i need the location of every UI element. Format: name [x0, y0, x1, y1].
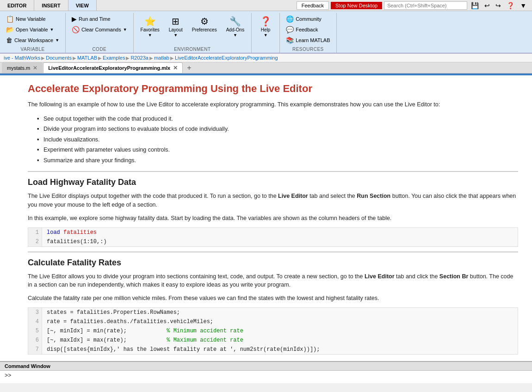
add-tab-button[interactable]: + [183, 64, 195, 72]
feedback-icon: 💬 [286, 26, 294, 33]
command-window-content[interactable]: >> [0, 371, 532, 381]
open-variable-button[interactable]: 📂 Open Variable ▼ [4, 24, 62, 35]
intro-paragraph: The following is an example of how to us… [28, 100, 518, 109]
help-icon[interactable]: ❓ [505, 2, 516, 9]
close-tab-mystats[interactable]: ✕ [33, 65, 37, 71]
variable-section-label: VARIABLE [0, 47, 65, 52]
breadcrumb-item-4[interactable]: R2023a [130, 55, 148, 61]
clear-workspace-icon: 🗑 [6, 37, 12, 44]
view-tab[interactable]: VIEW [68, 0, 97, 11]
section-load-highway: Load Highway Fatality Data The Live Edit… [28, 171, 518, 246]
environment-section: ⭐ Favorites ▼ ⊞ Layout ▼ ⚙ Preferences 🔧… [134, 13, 252, 53]
editor-tab[interactable]: EDITOR [0, 0, 34, 11]
favorites-dropdown[interactable]: ▼ [148, 33, 152, 37]
new-variable-icon: 📋 [6, 15, 14, 23]
ribbon: 📋 New Variable 📂 Open Variable ▼ 🗑 Clear… [0, 11, 532, 54]
document-tabs: mystats.m ✕ LiveEditorAccelerateExplorat… [0, 62, 532, 74]
code-line-1: 1 load fatalities [28, 228, 518, 237]
insert-tab[interactable]: INSERT [34, 0, 68, 11]
breadcrumb-item-3[interactable]: Examples [103, 55, 125, 61]
code-block-1: 1 load fatalities 2 fatalities(1:10,:) [28, 227, 518, 247]
open-variable-dropdown[interactable]: ▼ [50, 27, 54, 32]
section-calculate-fatality: Calculate Fatality Rates The Live Editor… [28, 251, 518, 355]
layout-icon: ⊞ [172, 16, 179, 27]
resources-section-label: RESOURCES [280, 47, 336, 52]
clear-workspace-button[interactable]: 🗑 Clear Workspace ▼ [4, 35, 62, 45]
code-line-7: 7 disp([states{minIdx},' has the lowest … [28, 345, 518, 354]
search-input[interactable] [384, 1, 467, 10]
code-line-5: 5 [~, minIdx] = min(rate); % Minimum acc… [28, 326, 518, 336]
environment-section-label: ENVIRONMENT [134, 47, 252, 52]
code-line-4: 4 rate = fatalities.deaths./fatalities.v… [28, 317, 518, 326]
section1-title: Load Highway Fatality Data [28, 178, 518, 187]
editor-content[interactable]: Accelerate Exploratory Programming Using… [0, 74, 532, 361]
learn-matlab-button[interactable]: 📚 Learn MATLAB [284, 35, 332, 45]
bullet-item: Summarize and share your findings. [37, 155, 518, 166]
resources-section: 🌐 Community 💬 Feedback 📚 Learn MATLAB RE… [280, 13, 336, 53]
redo-icon[interactable]: ↪ [494, 2, 503, 9]
community-button[interactable]: 🌐 Community [284, 14, 332, 24]
section2-para2: Calculate the fatality rate per one mill… [28, 294, 518, 303]
help-button[interactable]: ❓ Help ▼ [255, 14, 276, 39]
learn-matlab-icon: 📚 [286, 37, 294, 44]
doc-tab-live-editor[interactable]: LiveEditorAccelerateExploratoryProgrammi… [43, 62, 183, 73]
preferences-button[interactable]: ⚙ Preferences [189, 14, 220, 35]
main-area: Accelerate Exploratory Programming Using… [0, 74, 532, 383]
code-line-6: 6 [~, maxIdx] = max(rate); % Maximum acc… [28, 336, 518, 345]
clear-workspace-dropdown[interactable]: ▼ [55, 38, 59, 43]
variable-section: 📋 New Variable 📂 Open Variable ▼ 🗑 Clear… [0, 13, 66, 53]
section2-title: Calculate Fatality Rates [28, 258, 518, 268]
add-ons-button[interactable]: 🔧 Add-Ons ▼ [223, 14, 247, 39]
bullet-item: Experiment with parameter values using c… [37, 145, 518, 155]
add-ons-dropdown[interactable]: ▼ [233, 33, 237, 37]
favorites-icon: ⭐ [144, 16, 156, 27]
section-top-bar [0, 74, 532, 75]
doc-tab-mystats[interactable]: mystats.m ✕ [2, 62, 43, 73]
feedback-button[interactable]: Feedback [297, 1, 329, 10]
breadcrumb-item-1[interactable]: Documents [46, 55, 72, 61]
save-icon[interactable]: 💾 [469, 2, 481, 9]
run-and-time-button[interactable]: ▶ Run and Time [69, 14, 130, 24]
bullet-list: See output together with the code that p… [37, 114, 518, 166]
breadcrumb: ive - MathWorks ▶ Documents ▶ MATLAB ▶ E… [0, 54, 532, 62]
code-section: ▶ Run and Time 🚫 Clear Commands ▼ CODE [66, 13, 134, 53]
command-window: Command Window >> [0, 361, 532, 383]
breadcrumb-item-2[interactable]: MATLAB [77, 55, 97, 61]
code-section-label: CODE [66, 47, 133, 52]
open-variable-icon: 📂 [6, 26, 14, 33]
clear-commands-icon: 🚫 [72, 26, 80, 33]
stop-new-desktop-button[interactable]: Stop New Desktop [331, 2, 382, 9]
undo-icon[interactable]: ↩ [483, 2, 492, 9]
breadcrumb-item-6[interactable]: LiveEditorAccelerateExploratoryProgrammi… [175, 55, 278, 61]
clear-commands-dropdown[interactable]: ▼ [123, 27, 127, 32]
help-question-icon: ❓ [260, 16, 272, 27]
close-tab-live-editor[interactable]: ✕ [173, 65, 178, 71]
run-icon: ▶ [72, 15, 77, 23]
layout-dropdown[interactable]: ▼ [173, 33, 178, 37]
section2-para1: The Live Editor allows you to divide you… [28, 272, 518, 290]
code-block-2: 3 states = fatalities.Properties.RowName… [28, 307, 518, 355]
section1-para2: In this example, we explore some highway… [28, 214, 518, 223]
bullet-item: See output together with the code that p… [37, 114, 518, 124]
feedback-resource-button[interactable]: 💬 Feedback [284, 24, 332, 35]
breadcrumb-item-0[interactable]: ive - MathWorks [4, 55, 40, 61]
add-ons-icon: 🔧 [229, 16, 241, 27]
favorites-button[interactable]: ⭐ Favorites ▼ [137, 14, 163, 39]
community-icon: 🌐 [286, 15, 294, 23]
code-line-2: 2 fatalities(1:10,:) [28, 237, 518, 246]
clear-commands-button[interactable]: 🚫 Clear Commands ▼ [69, 24, 130, 35]
new-variable-button[interactable]: 📋 New Variable [4, 14, 62, 24]
bullet-item: Divide your program into sections to eva… [37, 124, 518, 135]
code-line-3: 3 states = fatalities.Properties.RowName… [28, 308, 518, 317]
bullet-item: Include visualizations. [37, 135, 518, 145]
preferences-icon: ⚙ [200, 16, 209, 27]
command-window-title: Command Window [0, 362, 532, 371]
menu-icon[interactable]: ▼ [518, 2, 528, 9]
layout-button[interactable]: ⊞ Layout ▼ [166, 14, 186, 39]
section1-para1: The Live Editor displays output together… [28, 192, 518, 209]
help-dropdown[interactable]: ▼ [264, 33, 268, 37]
breadcrumb-item-5[interactable]: matlab [154, 55, 169, 61]
document-title: Accelerate Exploratory Programming Using… [28, 83, 518, 95]
help-section: ❓ Help ▼ [252, 13, 280, 53]
menu-tab-bar: EDITOR INSERT VIEW Feedback Stop New Des… [0, 0, 532, 11]
